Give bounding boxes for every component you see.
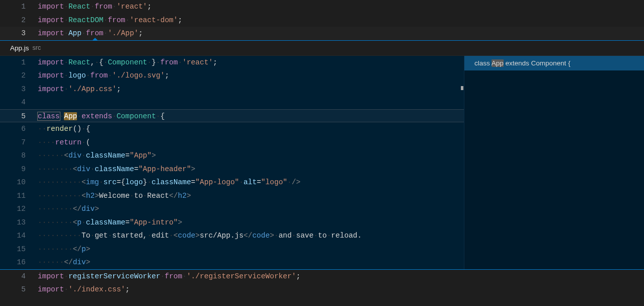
line-number: 12 [0,202,38,216]
code-line[interactable]: 4import·registerServiceWorker·from·'./re… [0,270,644,283]
line-number: 6 [0,122,38,136]
code-content[interactable]: import·ReactDOM·from·'react-dom'; [38,14,182,27]
code-line[interactable]: 11··········<h2>Welcome·to·React</h2> [0,189,464,203]
code-line[interactable]: 5import·'./index.css'; [0,283,644,296]
line-number: 5 [0,283,38,296]
line-number: 11 [0,189,38,203]
code-line[interactable]: 13········<p·className="App-intro"> [0,216,464,230]
code-content[interactable]: import·App·from·'./App'; [38,27,143,40]
line-number: 4 [0,270,38,283]
overview-marker[interactable] [461,86,463,90]
code-line[interactable]: 2import·logo·from·'./logo.svg'; [0,69,464,83]
line-number: 15 [0,243,38,256]
line-number: 1 [0,56,38,69]
code-line[interactable]: 2import·ReactDOM·from·'react-dom'; [0,14,644,27]
line-number: 16 [0,256,38,269]
code-line[interactable]: 7····return·( [0,136,464,149]
code-content[interactable]: ··········<h2>Welcome·to·React</h2> [38,189,191,203]
peek-overview-ruler[interactable] [457,56,464,269]
code-line[interactable]: 3import·'./App.css'; [0,83,464,96]
peek-reference-item[interactable]: class App extends Component { [464,56,644,70]
code-content[interactable]: ········</div> [38,202,99,216]
line-number: 14 [0,229,38,243]
code-line[interactable]: 4 [0,96,464,109]
line-number: 1 [0,0,38,14]
line-number: 2 [0,69,38,83]
peek-header: App.js src [0,41,644,56]
code-line[interactable]: 1import·React·from·'react'; [0,0,644,14]
code-line[interactable]: 14··········To·get·started,·edit·<code>s… [0,229,464,243]
line-number: 9 [0,163,38,176]
code-line[interactable]: 15········</p> [0,243,464,256]
code-content[interactable]: class·App·extends·Component·{ [38,110,165,122]
line-number: 3 [0,27,38,40]
line-number: 7 [0,136,38,149]
line-number: 10 [0,176,38,189]
peek-editor[interactable]: 1import·React,·{·Component·}·from·'react… [0,56,464,269]
code-content[interactable]: ··········<img·src={logo}·className="App… [38,176,300,189]
code-content[interactable]: ······<div·className="App"> [38,149,156,163]
code-content[interactable]: ····return·( [38,136,90,149]
code-content[interactable]: import·'./App.css'; [38,83,121,96]
peek-body: 1import·React,·{·Component·}·from·'react… [0,56,644,269]
code-content[interactable]: import·React,·{·Component·}·from·'react'… [38,56,217,69]
code-line[interactable]: 8······<div·className="App"> [0,149,464,163]
code-content[interactable]: ··render()·{ [38,122,90,136]
code-content[interactable]: ······</div> [38,256,90,269]
line-number: 13 [0,216,38,230]
code-line[interactable]: 6··render()·{ [0,122,464,136]
outer-editor-top[interactable]: 1import·React·from·'react';2import·React… [0,0,644,40]
line-number: 4 [0,96,38,109]
peek-definition-widget: App.js src 1import·React,·{·Component·}·… [0,40,644,270]
code-content[interactable]: ········</p> [38,243,90,256]
code-content[interactable]: ········<div·className="App-header"> [38,163,195,176]
code-line[interactable]: 10··········<img·src={logo}·className="A… [0,176,464,189]
code-line[interactable]: 5class·App·extends·Component·{ [0,109,464,123]
code-line[interactable]: 9········<div·className="App-header"> [0,163,464,176]
outer-editor-bottom[interactable]: 4import·registerServiceWorker·from·'./re… [0,270,644,296]
code-line[interactable]: 12········</div> [0,202,464,216]
code-content[interactable]: ········<p·className="App-intro"> [38,216,182,230]
line-number: 8 [0,149,38,163]
line-number: 2 [0,14,38,27]
code-content[interactable]: ··········To·get·started,·edit·<code>src… [38,229,362,243]
code-line[interactable]: 16······</div> [0,256,464,269]
code-line[interactable]: 1import·React,·{·Component·}·from·'react… [0,56,464,69]
peek-filename[interactable]: App.js [10,44,29,52]
code-content[interactable]: import·logo·from·'./logo.svg'; [38,69,169,83]
line-number: 3 [0,83,38,96]
code-content[interactable]: import·React·from·'react'; [38,0,151,14]
peek-references-list[interactable]: class App extends Component { [464,56,644,269]
peek-filepath: src [33,44,41,51]
line-number: 5 [0,110,38,122]
code-content[interactable]: import·registerServiceWorker·from·'./reg… [38,270,300,283]
peek-pointer-caret [92,38,98,41]
code-content[interactable]: import·'./index.css'; [38,283,130,296]
